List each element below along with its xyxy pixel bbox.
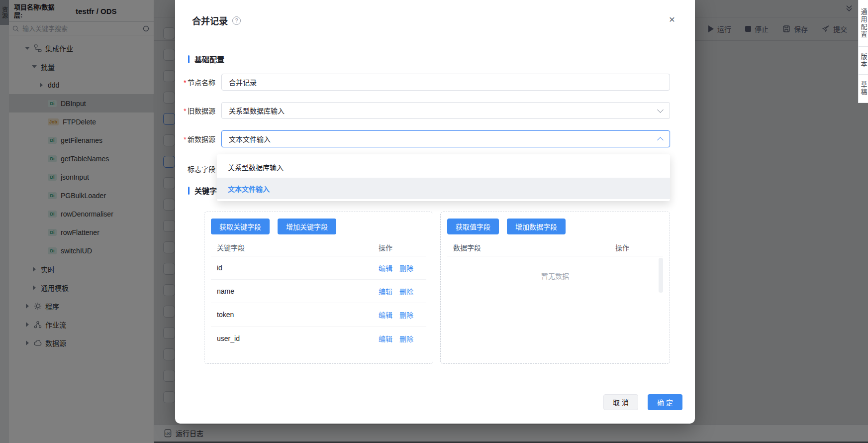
new-source-dropdown: 关系型数据库输入 文本文件输入 bbox=[217, 154, 670, 201]
key-fields-table: 关键字段 操作 id 编辑删除 name 编辑删除 token 编辑删除 use… bbox=[211, 238, 426, 350]
col-data-field: 数据字段 bbox=[447, 242, 615, 252]
col-key-field: 关键字段 bbox=[211, 242, 379, 252]
dropdown-option-text-file[interactable]: 文本文件输入 bbox=[217, 178, 670, 199]
old-source-select[interactable]: 关系型数据库输入 bbox=[221, 102, 670, 119]
table-row: token 编辑删除 bbox=[211, 303, 426, 327]
edit-link[interactable]: 编辑 bbox=[379, 263, 392, 273]
dialog-title: 合并记录 bbox=[192, 14, 228, 27]
node-name-input[interactable] bbox=[221, 74, 670, 91]
old-source-row: *旧数据源 关系型数据库输入 bbox=[179, 102, 670, 119]
new-source-value: 文本文件输入 bbox=[229, 134, 271, 144]
delete-link[interactable]: 删除 bbox=[399, 333, 413, 343]
close-icon[interactable]: × bbox=[669, 14, 675, 24]
new-source-label: *新数据源 bbox=[179, 134, 215, 144]
key-field-name: name bbox=[211, 287, 379, 295]
col-operations: 操作 bbox=[615, 242, 663, 252]
tab-general-config[interactable]: 通用配置 bbox=[859, 0, 868, 47]
key-field-name: id bbox=[211, 264, 379, 272]
confirm-button[interactable]: 确 定 bbox=[648, 394, 682, 410]
required-mark: * bbox=[184, 107, 186, 115]
key-field-name: user_id bbox=[211, 334, 379, 342]
chevron-up-icon bbox=[657, 137, 664, 143]
right-tab-bar: 通用配置 版本 草稿 bbox=[858, 0, 868, 103]
fetch-value-fields-button[interactable]: 获取值字段 bbox=[447, 219, 499, 234]
new-source-select[interactable]: 文本文件输入 bbox=[221, 130, 670, 147]
section-basic-config: 基础配置 bbox=[188, 54, 224, 64]
add-key-field-button[interactable]: 增加关键字段 bbox=[278, 219, 336, 234]
table-row: name 编辑删除 bbox=[211, 280, 426, 303]
key-field-name: token bbox=[211, 311, 379, 319]
scrollbar-track[interactable] bbox=[659, 258, 663, 293]
node-name-row: *节点名称 bbox=[179, 74, 670, 91]
value-fields-table: 数据字段 操作 暂无数据 bbox=[447, 238, 663, 295]
merge-records-dialog: 合并记录 ? × 基础配置 *节点名称 *旧数据源 关系型数据库输入 *新数据源… bbox=[175, 0, 695, 424]
edit-link[interactable]: 编辑 bbox=[379, 333, 392, 343]
empty-text: 暂无数据 bbox=[541, 271, 569, 281]
flag-field-label: 标志字段 bbox=[179, 164, 215, 174]
cancel-button[interactable]: 取 消 bbox=[603, 394, 638, 410]
add-data-field-button[interactable]: 增加数据字段 bbox=[507, 219, 566, 234]
tab-draft[interactable]: 草稿 bbox=[859, 75, 868, 103]
new-source-row: *新数据源 文本文件输入 bbox=[179, 130, 670, 147]
col-operations: 操作 bbox=[379, 242, 426, 252]
key-fields-panel: 获取关键字段 增加关键字段 关键字段 操作 id 编辑删除 name 编辑删除 … bbox=[204, 212, 433, 364]
fetch-key-fields-button[interactable]: 获取关键字段 bbox=[211, 219, 270, 234]
section-bar bbox=[188, 187, 190, 195]
delete-link[interactable]: 删除 bbox=[399, 310, 413, 320]
empty-state: 暂无数据 bbox=[447, 256, 663, 295]
edit-link[interactable]: 编辑 bbox=[379, 286, 392, 296]
dialog-title-row: 合并记录 ? bbox=[192, 14, 241, 27]
node-name-label: *节点名称 bbox=[179, 77, 215, 87]
dropdown-option-relational-db[interactable]: 关系型数据库输入 bbox=[217, 156, 670, 178]
section-bar bbox=[188, 55, 190, 63]
tab-version[interactable]: 版本 bbox=[859, 47, 868, 75]
help-icon[interactable]: ? bbox=[232, 16, 241, 25]
delete-link[interactable]: 删除 bbox=[399, 263, 413, 273]
old-source-label: *旧数据源 bbox=[179, 106, 215, 115]
chevron-down-icon bbox=[657, 107, 664, 113]
old-source-value: 关系型数据库输入 bbox=[229, 106, 285, 115]
table-row: user_id 编辑删除 bbox=[211, 327, 426, 350]
value-fields-panel: 获取值字段 增加数据字段 数据字段 操作 暂无数据 bbox=[440, 212, 670, 364]
edit-link[interactable]: 编辑 bbox=[379, 310, 392, 320]
required-mark: * bbox=[184, 135, 186, 143]
required-mark: * bbox=[184, 79, 186, 87]
section-basic-label: 基础配置 bbox=[194, 54, 224, 64]
flag-field-row: 标志字段 bbox=[179, 160, 221, 177]
table-row: id 编辑删除 bbox=[211, 256, 426, 280]
delete-link[interactable]: 删除 bbox=[399, 286, 413, 296]
